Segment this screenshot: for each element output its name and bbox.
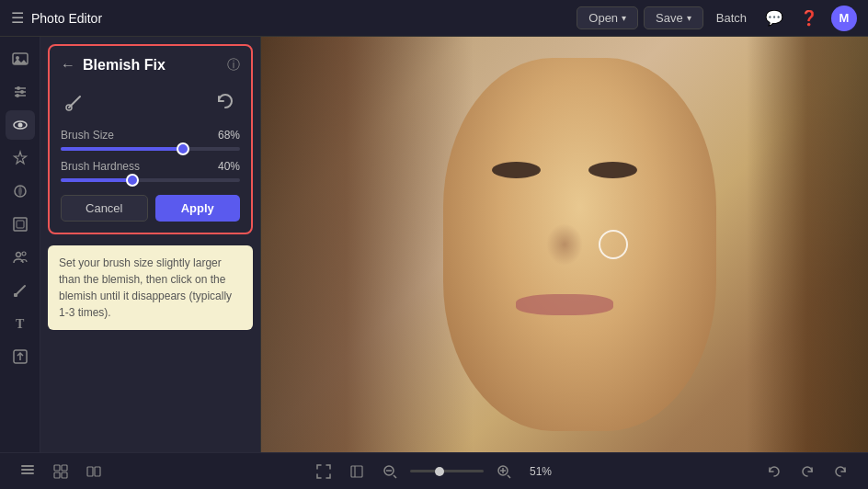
topbar-right: 💬 ❓ M (761, 6, 857, 31)
svg-line-33 (394, 475, 396, 478)
topbar: ☰ Photo Editor Open ▾ Save ▾ Batch 💬 ❓ M (0, 0, 868, 37)
save-button[interactable]: Save ▾ (644, 6, 703, 29)
batch-button[interactable]: Batch (709, 7, 754, 28)
panel-title: Blemish Fix (83, 57, 220, 74)
svg-point-8 (16, 94, 19, 97)
open-chevron-icon: ▾ (622, 13, 626, 23)
svg-rect-29 (95, 467, 100, 476)
svg-rect-16 (14, 293, 17, 297)
zoom-out-icon[interactable] (377, 459, 403, 484)
bottom-left (15, 459, 107, 484)
zoom-in-icon[interactable] (491, 459, 517, 484)
svg-rect-13 (17, 221, 24, 228)
svg-point-7 (20, 90, 24, 94)
bottombar: 51% (0, 452, 868, 489)
topbar-center: Open ▾ Save ▾ Batch (577, 6, 754, 29)
menu-icon[interactable]: ☰ (11, 9, 24, 27)
zoom-value: 51% (524, 465, 557, 478)
reset-icon[interactable] (211, 86, 240, 116)
back-button[interactable]: ← (61, 57, 75, 74)
eye-left (492, 162, 541, 178)
frame-tool[interactable] (6, 210, 35, 239)
svg-text:T: T (16, 317, 25, 331)
canvas-area[interactable] (261, 37, 868, 452)
svg-rect-24 (54, 465, 60, 471)
brush-size-value: 68% (218, 129, 240, 142)
app-title: Photo Editor (31, 11, 102, 26)
svg-rect-28 (87, 467, 93, 476)
svg-rect-22 (21, 472, 34, 474)
apply-button[interactable]: Apply (155, 195, 241, 222)
main-area: T ← Blemish Fix ⓘ Brush S (0, 37, 868, 452)
zoom-slider[interactable] (410, 470, 484, 472)
filter-tool[interactable] (6, 176, 35, 206)
bottom-right (761, 459, 853, 484)
brush-hardness-group: Brush Hardness 40% (61, 160, 240, 182)
brush-size-group: Brush Size 68% (61, 129, 240, 151)
photo-tool[interactable] (6, 44, 35, 74)
info-icon[interactable]: ⓘ (227, 57, 240, 74)
eye-right (588, 162, 637, 178)
topbar-left: ☰ Photo Editor (11, 9, 569, 27)
brush-hardness-slider[interactable] (61, 178, 240, 182)
panel-header: ← Blemish Fix ⓘ (61, 57, 240, 74)
adjust-tool[interactable] (6, 77, 35, 107)
brush-icons (61, 86, 240, 116)
brush-size-label: Brush Size (61, 129, 114, 142)
fit-height-icon[interactable] (344, 459, 370, 484)
grid-icon[interactable] (48, 459, 74, 484)
svg-point-15 (22, 252, 26, 256)
svg-point-10 (17, 123, 22, 128)
export-tool[interactable] (6, 342, 35, 371)
chat-icon[interactable]: 💬 (761, 6, 787, 31)
open-button[interactable]: Open ▾ (577, 6, 638, 29)
lips (516, 294, 613, 315)
save-chevron-icon: ▾ (687, 13, 691, 23)
svg-point-14 (16, 253, 20, 257)
left-sidebar: T (0, 37, 40, 452)
magic-tool[interactable] (6, 143, 35, 173)
svg-rect-12 (14, 218, 27, 231)
zoom-slider-wrap (410, 470, 484, 472)
hint-box: Set your brush size slightly larger than… (48, 245, 253, 330)
svg-marker-2 (13, 59, 28, 64)
svg-rect-27 (62, 472, 67, 478)
nose-shadow (546, 223, 583, 265)
forward-icon[interactable] (828, 459, 853, 484)
layer-icon[interactable] (15, 459, 40, 484)
svg-rect-23 (21, 465, 34, 467)
text-tool[interactable]: T (6, 309, 35, 338)
bottom-center: 51% (311, 459, 557, 484)
art-tool[interactable] (6, 276, 35, 305)
cancel-button[interactable]: Cancel (61, 195, 148, 222)
undo-icon[interactable] (761, 459, 787, 484)
brush-size-slider[interactable] (61, 147, 240, 151)
redo-icon[interactable] (794, 459, 820, 484)
svg-rect-21 (21, 469, 34, 471)
eye-tool[interactable] (6, 110, 35, 140)
brush-icon[interactable] (61, 86, 90, 116)
brush-hardness-label: Brush Hardness (61, 160, 140, 173)
brush-hardness-value: 40% (218, 160, 240, 173)
svg-line-36 (508, 475, 510, 478)
panel-blemish-fix: ← Blemish Fix ⓘ Brush Size 68% (48, 44, 253, 234)
hint-text: Set your brush size slightly larger than… (59, 256, 232, 319)
people-tool[interactable] (6, 243, 35, 272)
fit-width-icon[interactable] (311, 459, 337, 484)
svg-point-6 (17, 86, 20, 90)
svg-rect-30 (351, 466, 362, 477)
avatar[interactable]: M (831, 6, 857, 31)
svg-rect-26 (54, 472, 60, 478)
panel: ← Blemish Fix ⓘ Brush Size 68% (40, 37, 261, 452)
help-icon[interactable]: ❓ (796, 6, 822, 31)
panel-actions: Cancel Apply (61, 195, 240, 222)
view-icon[interactable] (81, 459, 107, 484)
svg-rect-25 (62, 465, 67, 471)
hair-right (747, 37, 868, 452)
photo-canvas[interactable] (261, 37, 868, 452)
hair-left (261, 37, 474, 452)
